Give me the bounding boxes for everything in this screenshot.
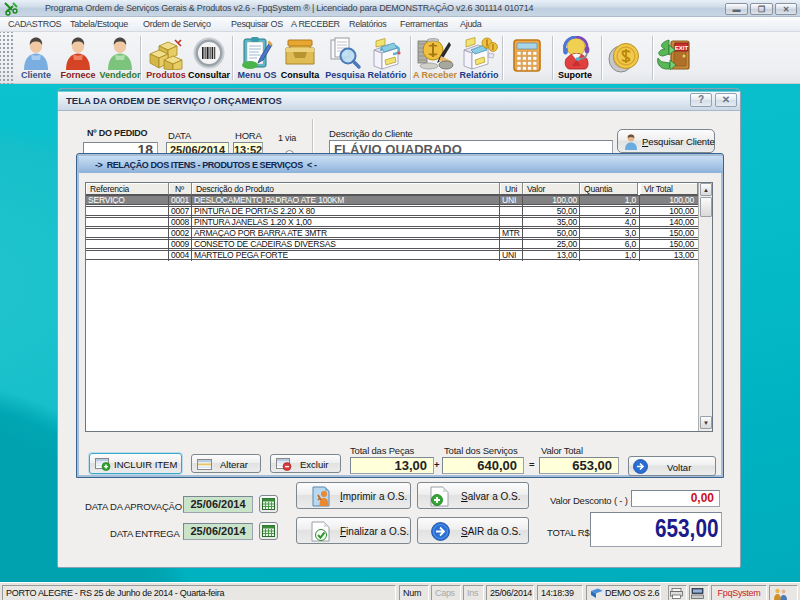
- svg-text:EXIT: EXIT: [675, 45, 689, 51]
